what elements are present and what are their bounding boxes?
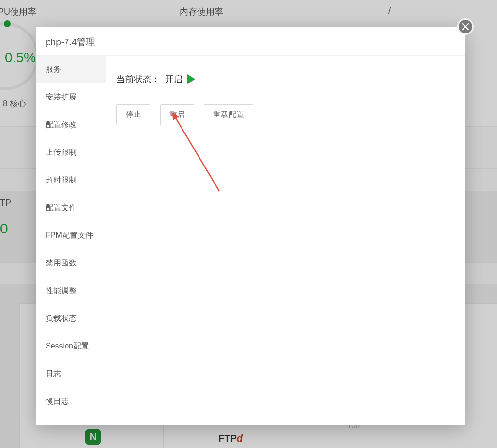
sidebar-item-service[interactable]: 服务: [36, 56, 106, 83]
php-manage-modal: php-7.4管理 服务 安装扩展 配置修改 上传限制 超时限制 配置文件 FP…: [36, 27, 465, 425]
modal-title: php-7.4管理: [36, 27, 465, 56]
sidebar-item-session-config[interactable]: Session配置: [36, 332, 106, 360]
sidebar-item-perf-tune[interactable]: 性能调整: [36, 277, 106, 305]
sidebar-item-slowlog[interactable]: 慢日志: [36, 388, 106, 415]
reload-config-button[interactable]: 重载配置: [204, 104, 253, 125]
modal-sidebar: 服务 安装扩展 配置修改 上传限制 超时限制 配置文件 FPM配置文件 禁用函数…: [36, 56, 106, 425]
play-icon: [187, 74, 195, 84]
sidebar-item-install-ext[interactable]: 安装扩展: [36, 83, 106, 111]
status-value: 开启: [165, 73, 182, 85]
sidebar-item-load-status[interactable]: 负载状态: [36, 305, 106, 332]
status-label: 当前状态：: [116, 73, 160, 85]
sidebar-item-disabled-fn[interactable]: 禁用函数: [36, 249, 106, 277]
close-button[interactable]: [457, 18, 474, 35]
sidebar-item-timeout-limit[interactable]: 超时限制: [36, 166, 106, 194]
sidebar-item-phpinfo[interactable]: phpinfo: [36, 415, 106, 425]
sidebar-item-fpm-config[interactable]: FPM配置文件: [36, 222, 106, 249]
close-icon: [462, 23, 469, 31]
restart-button[interactable]: 重启: [160, 104, 194, 125]
stop-button[interactable]: 停止: [116, 104, 150, 125]
sidebar-item-upload-limit[interactable]: 上传限制: [36, 139, 106, 166]
sidebar-item-log[interactable]: 日志: [36, 360, 106, 388]
sidebar-item-config-file[interactable]: 配置文件: [36, 194, 106, 222]
status-row: 当前状态： 开启: [116, 73, 465, 85]
sidebar-item-config-modify[interactable]: 配置修改: [36, 111, 106, 139]
